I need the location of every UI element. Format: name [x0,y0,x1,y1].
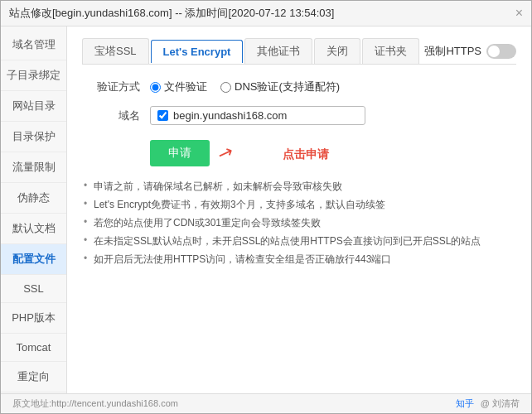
verify-method-row: 验证方式 文件验证 DNS验证(支持通配符) [82,79,516,94]
sidebar-item-redirect[interactable]: 重定向 [1,362,66,392]
footer-bar: 原文地址:http://tencent.yundashi168.com 知乎 @… [1,393,531,413]
tab-close[interactable]: 关闭 [314,38,360,64]
footer-url: 原文地址:http://tencent.yundashi168.com [12,397,178,410]
sidebar-item-flow-limit[interactable]: 流量限制 [1,152,66,183]
main-window: 站点修改[begin.yundashi168.com] -- 添加时间[2020… [0,0,532,414]
notice-item: 申请之前，请确保域名已解析，如未解析会导致审核失败 [82,180,516,194]
tabs-row: 宝塔SSLLet's Encrypt其他证书关闭证书夹 强制HTTPS [82,38,516,65]
tab-lets-encrypt[interactable]: Let's Encrypt [151,40,244,63]
verify-method-label: 验证方式 [82,79,140,94]
sidebar-item-tomcat[interactable]: Tomcat [1,334,66,362]
sidebar-item-default-doc[interactable]: 默认文档 [1,214,66,244]
sidebar-item-dir-protect[interactable]: 目录保护 [1,122,66,152]
radio-file-label: 文件验证 [164,79,207,94]
close-button[interactable]: × [515,6,523,21]
radio-group: 文件验证 DNS验证(支持通配符) [150,79,340,94]
radio-dns-label: DNS验证(支持通配符) [235,79,340,94]
notice-item: 如开启后无法使用HTTPS访问，请检查安全组是否正确放行443端口 [82,253,516,267]
radio-dns-input[interactable] [220,82,231,93]
zhihu-label: 知乎 [456,397,474,410]
apply-row: 申请 ↙ 点击申请 [82,137,516,170]
force-https-label: 强制HTTPS [424,44,481,59]
sidebar-item-domain-mgmt[interactable]: 域名管理 [1,30,66,60]
window-title: 站点修改[begin.yundashi168.com] -- 添加时间[2020… [9,6,334,21]
apply-button[interactable]: 申请 [150,140,210,166]
tab-cert-folder[interactable]: 证书夹 [362,38,419,64]
sidebar-item-ssl[interactable]: SSL [1,275,66,303]
hint-area: ↙ [218,142,233,164]
tab-other-cert[interactable]: 其他证书 [244,38,312,64]
apply-section: 申请 ↙ 点击申请 [150,137,329,170]
domain-label: 域名 [82,108,140,123]
sidebar-item-subdir-bind[interactable]: 子目录绑定 [1,60,66,91]
arrow-icon: ↙ [215,141,236,166]
radio-dns-verify[interactable]: DNS验证(支持通配符) [220,79,340,94]
click-hint-text: 点击申请 [283,147,329,162]
click-hint: 点击申请 [283,147,329,162]
footer-right: 知乎 @ 刘清荷 [456,397,520,410]
domain-checkbox[interactable] [157,110,168,121]
tab-baota-ssl[interactable]: 宝塔SSL [82,38,149,64]
notice-item: Let's Encrypt免费证书，有效期3个月，支持多域名，默认自动续签 [82,198,516,212]
author-label: @ 刘清荷 [481,397,520,410]
domain-input-wrap: begin.yundashi168.com [150,106,365,125]
main-layout: 域名管理子目录绑定网站目录目录保护流量限制伪静态默认文档配置文件SSLPHP版本… [1,26,531,393]
notice-item: 在未指定SSL默认站点时，未开启SSL的站点使用HTTPS会直接访问到已开启SS… [82,234,516,248]
content-area: 宝塔SSLLet's Encrypt其他证书关闭证书夹 强制HTTPS 验证方式… [67,26,531,393]
radio-file-input[interactable] [150,82,161,93]
sidebar-item-fake-static[interactable]: 伪静态 [1,183,66,214]
domain-value: begin.yundashi168.com [173,109,358,122]
force-https-toggle[interactable] [486,44,516,59]
force-https-section: 强制HTTPS [424,44,516,59]
radio-file-verify[interactable]: 文件验证 [150,79,207,94]
notice-list: 申请之前，请确保域名已解析，如未解析会导致审核失败Let's Encrypt免费… [82,180,516,267]
sidebar-item-website-dir[interactable]: 网站目录 [1,91,66,122]
sidebar-item-config-file[interactable]: 配置文件 [1,244,66,275]
sidebar: 域名管理子目录绑定网站目录目录保护流量限制伪静态默认文档配置文件SSLPHP版本… [1,26,67,393]
notice-item: 若您的站点使用了CDN或301重定向会导致续签失败 [82,216,516,230]
sidebar-item-php-ver[interactable]: PHP版本 [1,303,66,334]
title-bar: 站点修改[begin.yundashi168.com] -- 添加时间[2020… [1,1,531,26]
toggle-knob [488,46,500,57]
domain-row: 域名 begin.yundashi168.com [82,106,516,125]
